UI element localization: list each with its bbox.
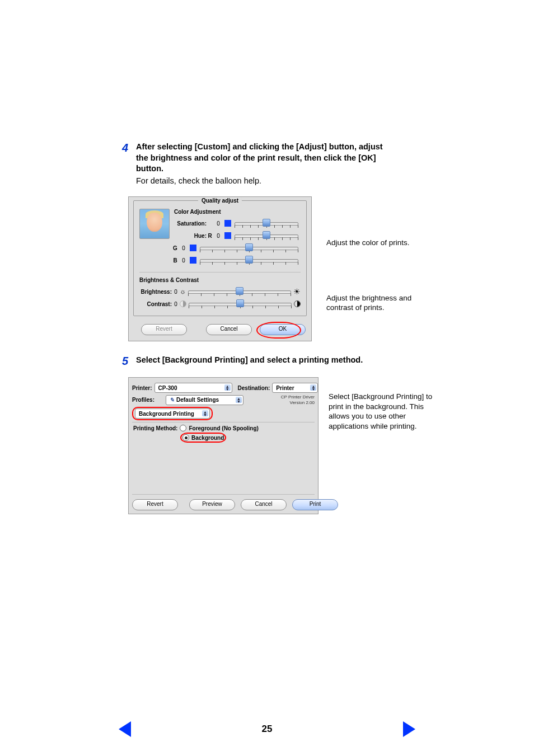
step-4-title-line3: button. bbox=[136, 163, 456, 175]
hue-b-swatch bbox=[190, 257, 196, 264]
contrast-value: 0 bbox=[172, 301, 180, 307]
panel-tab-value: Background Printing bbox=[139, 411, 194, 417]
hue-b-sublabel: B bbox=[172, 257, 179, 264]
panel-tab-select[interactable]: Background Printing ▲▼ bbox=[135, 408, 210, 419]
figure-quality-adjust: Quality adjust Color Adjustment Saturati… bbox=[128, 196, 456, 341]
hue-r-value: 0 bbox=[213, 233, 223, 239]
profiles-select[interactable]: ✎ Default Settings ▲▼ bbox=[166, 395, 243, 405]
driver-name: CP Printer Driver bbox=[281, 395, 315, 400]
contrast-slider[interactable] bbox=[189, 299, 292, 309]
radio-background[interactable] bbox=[182, 434, 189, 441]
brightness-contrast-heading: Brightness & Contrast bbox=[139, 277, 301, 283]
background-highlight: Background bbox=[180, 433, 226, 443]
print-dialog-panel: Printer: CP-300 ▲▼ Destination: Printer … bbox=[128, 377, 318, 514]
hue-g-value: 0 bbox=[179, 245, 189, 251]
step-4-number: 4 bbox=[110, 142, 136, 154]
saturation-row: Saturation: 0 bbox=[174, 218, 301, 228]
saturation-label: Saturation: bbox=[174, 220, 207, 227]
brightness-value: 0 bbox=[172, 289, 180, 295]
figure-print-dialog: Printer: CP-300 ▲▼ Destination: Printer … bbox=[128, 377, 456, 514]
saturation-swatch bbox=[224, 220, 231, 227]
qa-cancel-button[interactable]: Cancel bbox=[206, 324, 252, 335]
hue-g-row: G 0 bbox=[139, 243, 301, 253]
pd-preview-button[interactable]: Preview bbox=[189, 499, 235, 510]
step-5-title: Select [Background Printing] and select … bbox=[136, 355, 456, 366]
pd-revert-button[interactable]: Revert bbox=[132, 499, 178, 510]
radio-background-label: Background bbox=[191, 435, 224, 441]
callout-background-printing: Select [Background Printing] to print in… bbox=[329, 392, 441, 431]
saturation-slider[interactable] bbox=[235, 218, 298, 228]
destination-select[interactable]: Printer ▲▼ bbox=[272, 383, 318, 393]
hue-g-swatch bbox=[190, 245, 196, 251]
chevron-updown-icon: ▲▼ bbox=[311, 385, 315, 391]
radio-foreground-label: Foreground (No Spooling) bbox=[189, 425, 258, 431]
driver-version: Version 2.00 bbox=[281, 400, 315, 406]
contrast-row: Contrast: 0 bbox=[139, 299, 301, 309]
hue-b-slider[interactable] bbox=[200, 255, 298, 265]
profiles-value: Default Settings bbox=[176, 397, 219, 403]
callout-brightness-contrast: Adjust the brightness and contrast of pr… bbox=[326, 293, 438, 313]
brightness-label: Brightness: bbox=[139, 289, 172, 295]
printer-select[interactable]: CP-300 ▲▼ bbox=[154, 383, 232, 393]
hue-g-slider[interactable] bbox=[200, 243, 298, 253]
page-number: 25 bbox=[262, 724, 273, 735]
destination-label: Destination: bbox=[238, 385, 270, 391]
step-5: 5 Select [Background Printing] and selec… bbox=[110, 355, 456, 367]
qa-ok-button[interactable]: OK bbox=[260, 324, 306, 335]
chevron-updown-icon: ▲▼ bbox=[237, 397, 241, 403]
quality-adjust-groupbox-title: Quality adjust bbox=[198, 198, 242, 204]
printer-value: CP-300 bbox=[158, 385, 177, 391]
destination-value: Printer bbox=[276, 385, 294, 391]
chevron-updown-icon: ▲▼ bbox=[203, 411, 207, 416]
prev-page-arrow-icon[interactable] bbox=[119, 721, 131, 737]
brightness-high-icon: ☀ bbox=[293, 288, 301, 295]
saturation-value: 0 bbox=[213, 220, 223, 227]
hue-r-swatch bbox=[224, 232, 231, 239]
hue-b-value: 0 bbox=[179, 257, 189, 264]
step-5-number: 5 bbox=[110, 355, 136, 367]
hue-r-row: Hue: R 0 bbox=[174, 231, 301, 241]
step-4-title-line1: After selecting [Custom] and clicking th… bbox=[136, 142, 456, 153]
step-4-subtitle: For details, check the balloon help. bbox=[136, 176, 456, 187]
printing-method-label: Printing Method: bbox=[133, 425, 177, 431]
hue-b-row: B 0 bbox=[139, 255, 301, 265]
hue-r-slider[interactable] bbox=[235, 231, 298, 241]
next-page-arrow-icon[interactable] bbox=[403, 721, 415, 737]
preview-photo bbox=[139, 209, 170, 239]
brightness-low-icon: ☼ bbox=[180, 288, 186, 295]
contrast-low-icon bbox=[180, 300, 186, 307]
brightness-slider[interactable] bbox=[188, 287, 291, 297]
quality-adjust-panel: Quality adjust Color Adjustment Saturati… bbox=[128, 196, 312, 341]
page-footer: 25 bbox=[0, 718, 534, 740]
contrast-high-icon bbox=[294, 300, 301, 307]
profiles-label: Profiles: bbox=[132, 397, 163, 403]
printer-label: Printer: bbox=[132, 385, 152, 391]
brightness-row: Brightness: 0 ☼ ☀ bbox=[139, 287, 301, 297]
pd-cancel-button[interactable]: Cancel bbox=[241, 499, 287, 510]
profile-pen-icon: ✎ bbox=[170, 397, 174, 403]
callout-color: Adjust the color of prints. bbox=[326, 238, 438, 248]
bg-printing-highlight: Background Printing ▲▼ bbox=[132, 407, 213, 420]
chevron-updown-icon: ▲▼ bbox=[226, 385, 229, 391]
step-4: 4 After selecting [Custom] and clicking … bbox=[110, 142, 456, 186]
hue-g-sublabel: G bbox=[172, 245, 179, 251]
qa-revert-button[interactable]: Revert bbox=[141, 324, 187, 335]
hue-r-sublabel: R bbox=[207, 233, 213, 239]
step-4-title-line2: the brightness and color of the print re… bbox=[136, 153, 456, 164]
radio-foreground[interactable] bbox=[180, 425, 186, 431]
contrast-label: Contrast: bbox=[139, 301, 172, 307]
hue-label: Hue: bbox=[174, 233, 207, 239]
